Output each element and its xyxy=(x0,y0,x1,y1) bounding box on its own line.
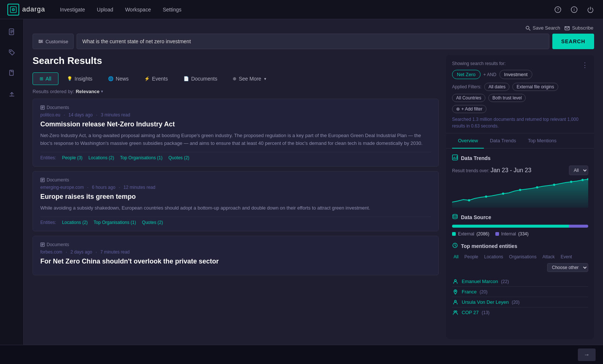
entity-name[interactable]: Emanuel Marcon xyxy=(462,279,498,284)
showing-label: Showing search results for: xyxy=(452,61,506,66)
entity-filter-row: All People Locations Organisations Attac… xyxy=(452,254,588,272)
nav-workspace[interactable]: Workspace xyxy=(125,7,151,13)
svg-point-2 xyxy=(13,9,14,10)
external-count: (2086) xyxy=(476,231,489,237)
tab-see-more[interactable]: ⊕ See More ▾ xyxy=(226,72,273,85)
nav-settings[interactable]: Settings xyxy=(163,7,182,13)
data-source-legend: External (2086) Internal (334) xyxy=(452,231,588,237)
entity-name[interactable]: COP 27 xyxy=(462,310,479,315)
tag-net-zero[interactable]: Net Zero xyxy=(452,70,481,79)
filter-locations-button[interactable]: Locations xyxy=(483,254,505,260)
tag-investment[interactable]: Investment xyxy=(499,70,533,79)
power-icon[interactable] xyxy=(585,4,596,15)
svg-point-40 xyxy=(502,193,504,195)
result-title[interactable]: Europe raises its green tempo xyxy=(40,192,431,201)
sidebar-file-icon[interactable] xyxy=(5,67,18,80)
entity-name[interactable]: France xyxy=(462,289,476,295)
internal-dot xyxy=(495,232,499,236)
logo-area: adarga xyxy=(7,4,45,16)
svg-point-39 xyxy=(485,195,487,198)
right-tab-data-trends[interactable]: Data Trends xyxy=(484,133,522,149)
right-tab-top-mentions[interactable]: Top Mentions xyxy=(522,133,562,149)
svg-point-41 xyxy=(519,189,521,191)
chart-range-value: Jan 23 - Jun 23 xyxy=(491,167,531,173)
tab-news[interactable]: 🌐 News xyxy=(101,72,136,85)
panel-more-button[interactable]: ⋮ xyxy=(582,61,588,69)
legend-internal: Internal (334) xyxy=(495,231,529,237)
search-bar-area: Save Search Subscribe xyxy=(24,19,603,49)
choose-other-select[interactable]: Choose other xyxy=(547,263,588,272)
bar-internal xyxy=(569,225,588,228)
nav-upload[interactable]: Upload xyxy=(97,7,113,13)
sidebar-upload-icon[interactable] xyxy=(5,87,18,101)
next-arrow-button[interactable]: → xyxy=(578,348,596,361)
nav-investigate[interactable]: Investigate xyxy=(60,7,85,13)
entity-item: COP 27 (13) xyxy=(452,307,588,317)
location-icon xyxy=(452,289,459,295)
news-tab-icon: 🌐 xyxy=(108,76,114,81)
result-card-type: Documents xyxy=(40,105,431,110)
legend-external: External (2086) xyxy=(452,231,489,237)
svg-text:?: ? xyxy=(557,7,559,12)
app-name: adarga xyxy=(22,6,45,13)
filter-organisations-button[interactable]: Organisations xyxy=(508,254,538,260)
order-value[interactable]: Relevance xyxy=(76,89,100,94)
sidebar-tag-icon[interactable] xyxy=(5,46,18,59)
tab-all[interactable]: ⊞ All xyxy=(33,72,58,85)
external-dot xyxy=(452,232,456,236)
filter-people-button[interactable]: People xyxy=(463,254,479,260)
search-actions-row: Save Search Subscribe xyxy=(33,25,594,31)
right-tab-overview[interactable]: Overview xyxy=(452,133,484,149)
filter-both-trust-level[interactable]: Both trust level xyxy=(488,94,526,102)
entity-quotes[interactable]: Quotes (2) xyxy=(168,155,189,160)
all-tab-icon: ⊞ xyxy=(40,76,43,81)
entity-people[interactable]: People (3) xyxy=(62,155,82,160)
save-search-button[interactable]: Save Search xyxy=(525,25,560,31)
right-panel: Showing search results for: ⋮ Net Zero +… xyxy=(446,55,594,339)
result-title[interactable]: For Net Zero China shouldn't overlook th… xyxy=(40,257,431,266)
entity-locations[interactable]: Locations (2) xyxy=(88,155,114,160)
result-card-type: Documents xyxy=(40,177,431,183)
svg-point-19 xyxy=(41,41,42,42)
results-scroll[interactable]: Documents politico.eu · 14 days ago · 3 … xyxy=(33,99,440,339)
results-area: Search Results ⊞ All 💡 Insights 🌐 News xyxy=(24,49,603,345)
entity-name[interactable]: Ursula Von Der Leyen xyxy=(462,299,509,305)
entity-top-organisations[interactable]: Top Organisations (1) xyxy=(94,220,136,225)
result-body: Net-Zero Industry Act, a long-awaited pr… xyxy=(40,132,431,147)
filter-attack-button[interactable]: Attack xyxy=(541,254,556,260)
entity-quotes[interactable]: Quotes (2) xyxy=(142,220,163,225)
entity-locations[interactable]: Locations (2) xyxy=(62,220,88,225)
nav-right-icons: ? i xyxy=(553,4,596,15)
help-icon[interactable]: ? xyxy=(553,4,563,15)
tab-events[interactable]: ⚡ Events xyxy=(137,72,175,85)
filter-all-countries[interactable]: All Countries xyxy=(452,94,485,102)
tab-documents[interactable]: 📄 Documents xyxy=(176,72,225,85)
result-title[interactable]: Commission release Net-Zero Industry Act xyxy=(40,120,431,129)
customize-button[interactable]: Customise xyxy=(33,34,74,49)
result-card: Documents politico.eu · 14 days ago · 3 … xyxy=(33,99,439,167)
svg-point-44 xyxy=(570,181,572,183)
results-tabs: ⊞ All 💡 Insights 🌐 News ⚡ Events xyxy=(33,72,440,85)
svg-point-18 xyxy=(39,40,40,41)
filter-event-button[interactable]: Event xyxy=(559,254,574,260)
filter-all-button[interactable]: All xyxy=(452,254,460,260)
chart-filter-select[interactable]: All xyxy=(569,166,588,175)
add-filter-button[interactable]: ⊕ + Add filter xyxy=(452,105,486,113)
result-card: Documents forbes.com · 2 days ago · 7 mi… xyxy=(33,236,439,275)
entity-top-organisations[interactable]: Top Organisations (1) xyxy=(120,155,162,160)
search-input[interactable] xyxy=(77,34,549,49)
filter-all-dates[interactable]: All dates xyxy=(484,83,509,91)
info-icon[interactable]: i xyxy=(569,4,579,15)
filter-external-file-origins[interactable]: External file origins xyxy=(512,83,558,91)
search-button[interactable]: SEARCH xyxy=(552,34,594,49)
svg-point-45 xyxy=(582,179,584,181)
person-icon xyxy=(452,279,459,284)
right-panel-content[interactable]: Data Trends Result trends over: Jan 23 -… xyxy=(446,149,594,339)
sidebar-document-icon[interactable] xyxy=(5,25,18,38)
subscribe-button[interactable]: Subscribe xyxy=(565,25,593,31)
svg-point-38 xyxy=(468,199,470,201)
entity-count: (20) xyxy=(512,300,519,305)
top-mentions-section-title: Top mentioned entities xyxy=(452,242,588,250)
svg-point-20 xyxy=(40,42,41,43)
tab-insights[interactable]: 💡 Insights xyxy=(60,72,100,85)
